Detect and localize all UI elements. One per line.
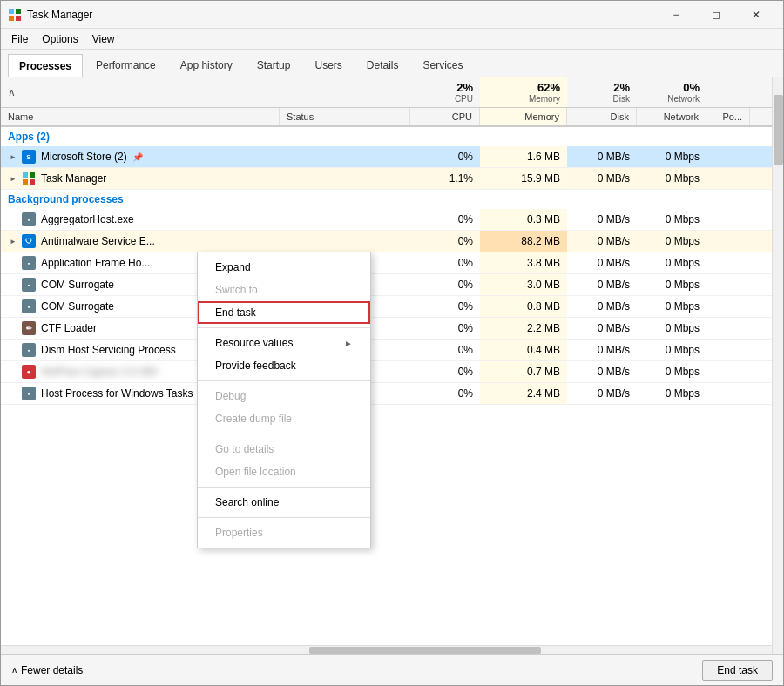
col-disk[interactable]: Disk [567, 108, 637, 125]
process-network: 0 Mbps [637, 168, 706, 189]
menu-options[interactable]: Options [35, 31, 84, 47]
close-button[interactable]: ✕ [736, 1, 776, 29]
tab-processes[interactable]: Processes [8, 54, 83, 77]
mem-col-top: 62% Memory [480, 77, 567, 107]
ctx-open-file-location[interactable]: Open file location [198, 461, 370, 483]
ctx-end-task[interactable]: End task [198, 301, 370, 324]
net-col-top: 0% Network [637, 77, 706, 107]
tab-services[interactable]: Services [412, 53, 475, 77]
collapse-arrow: ∧ [8, 86, 16, 98]
process-cpu: 1.1% [410, 168, 480, 189]
bg-section-header: Background processes [1, 190, 772, 209]
title-bar: Task Manager − ◻ ✕ [1, 1, 783, 29]
status-col-top [280, 77, 410, 107]
process-icon: ▪ [22, 278, 36, 292]
menu-file[interactable]: File [4, 31, 35, 47]
ctx-provide-feedback[interactable]: Provide feedback [198, 354, 370, 377]
process-disk: 0 MB/s [567, 168, 637, 189]
col-network[interactable]: Network [637, 108, 706, 125]
tab-users[interactable]: Users [303, 53, 353, 77]
end-task-button[interactable]: End task [702, 660, 773, 681]
table-row[interactable]: ► ▪ Host Process for Windows Tasks 0% 2.… [1, 383, 772, 405]
ctx-switch-to[interactable]: Switch to [198, 279, 370, 301]
restore-button[interactable]: ◻ [696, 1, 736, 29]
cpu-percent: 2% [456, 81, 473, 94]
ctx-go-to-details[interactable]: Go to details [198, 438, 370, 461]
expand-arrow[interactable]: ► [8, 236, 18, 246]
task-manager-window: Task Manager − ◻ ✕ File Options View Pro… [0, 0, 784, 686]
tab-details[interactable]: Details [355, 53, 410, 77]
ctx-properties[interactable]: Properties [198, 521, 370, 544]
col-cpu[interactable]: CPU [410, 108, 480, 125]
process-icon: ▪ [22, 299, 36, 313]
expand-arrow[interactable]: ► [8, 151, 18, 162]
window-controls: − ◻ ✕ [656, 1, 776, 29]
v-scrollbar-thumb[interactable] [774, 95, 783, 165]
table-row[interactable]: ► ● NetFlow Capture 3.0.480 0% 0.7 MB 0 … [1, 361, 772, 383]
table-row[interactable]: ► Task Manager [1, 168, 772, 190]
table-row[interactable]: ► ▪ AggregatorHost.exe 0% 0.3 MB 0 MB/s … [1, 209, 772, 231]
net-label: Network [667, 94, 700, 104]
process-disk: 0 MB/s [567, 146, 637, 167]
col-status[interactable]: Status [280, 108, 410, 125]
cpu-col-top: 2% CPU [410, 77, 480, 107]
ctx-separator [198, 517, 370, 518]
table-row[interactable]: ► ▪ Dism Host Servicing Process 0% 0.4 M… [1, 340, 772, 361]
process-power [706, 146, 750, 167]
ctx-resource-values[interactable]: Resource values ► [198, 332, 370, 354]
process-status [280, 146, 410, 167]
ctx-search-online[interactable]: Search online [198, 491, 370, 514]
apps-section-header: Apps (2) [1, 127, 772, 146]
extra-col-top [706, 77, 750, 107]
process-icon: ● [22, 365, 36, 379]
fewer-details-button[interactable]: ∧ Fewer details [11, 664, 83, 676]
process-icon: S [22, 150, 36, 164]
ctx-create-dump[interactable]: Create dump file [198, 407, 370, 430]
process-icon: ▪ [22, 343, 36, 357]
process-memory: 1.6 MB [480, 146, 567, 167]
table-row[interactable]: ► ▪ COM Surrogate 0% 3.0 MB 0 MB/s 0 Mbp… [1, 274, 772, 296]
scrollbar-thumb[interactable] [309, 647, 541, 654]
process-icon: ▪ [22, 256, 36, 270]
menu-bar: File Options View [1, 29, 783, 50]
process-name: ► Task Manager [1, 168, 280, 189]
mem-label: Memory [529, 94, 560, 104]
cpu-label: CPU [455, 94, 473, 104]
net-percent: 0% [683, 81, 700, 94]
tab-startup[interactable]: Startup [246, 53, 302, 77]
col-power[interactable]: Po... [706, 108, 750, 125]
process-cpu: 0% [410, 146, 480, 167]
table-row[interactable]: ► ▪ COM Surrogate 0% 0.8 MB 0 MB/s 0 Mbp… [1, 296, 772, 318]
ctx-debug[interactable]: Debug [198, 385, 370, 407]
ctx-expand[interactable]: Expand [198, 256, 370, 279]
process-power [706, 168, 750, 189]
svg-rect-2 [9, 16, 14, 21]
svg-rect-5 [30, 172, 35, 178]
process-icon: ▪ [22, 387, 36, 400]
ctx-separator [198, 487, 370, 488]
table-row[interactable]: ► S Microsoft Store (2) 📌 0% 1.6 MB 0 MB… [1, 146, 772, 168]
svg-rect-4 [23, 172, 28, 178]
col-memory[interactable]: Memory [480, 108, 567, 125]
fewer-details-label: Fewer details [21, 664, 83, 676]
minimize-button[interactable]: − [656, 1, 696, 29]
horizontal-scrollbar[interactable] [1, 645, 772, 654]
table-row[interactable]: ► ▪ Application Frame Ho... 0% 3.8 MB 0 … [1, 252, 772, 274]
tab-performance[interactable]: Performance [84, 53, 167, 77]
svg-rect-1 [16, 9, 21, 14]
process-status [280, 168, 410, 189]
menu-view[interactable]: View [85, 31, 122, 47]
expand-arrow[interactable]: ► [8, 173, 18, 184]
process-icon: ▪ [22, 212, 36, 226]
submenu-arrow: ► [344, 339, 353, 348]
svg-rect-0 [9, 9, 14, 14]
collapse-button[interactable]: ∧ [1, 77, 280, 107]
disk-percent: 2% [613, 81, 630, 94]
table-body: Apps (2) ► S Microsoft Store (2) 📌 0% [1, 127, 772, 645]
table-row[interactable]: ► 🛡 Antimalware Service E... 0% 88.2 MB … [1, 231, 772, 252]
ctx-separator [198, 434, 370, 434]
tab-app-history[interactable]: App history [169, 53, 244, 77]
vertical-scrollbar[interactable] [772, 77, 783, 654]
col-name[interactable]: Name [1, 108, 280, 125]
table-row[interactable]: ► ✏ CTF Loader 0% 2.2 MB 0 MB/s 0 Mbps [1, 318, 772, 340]
